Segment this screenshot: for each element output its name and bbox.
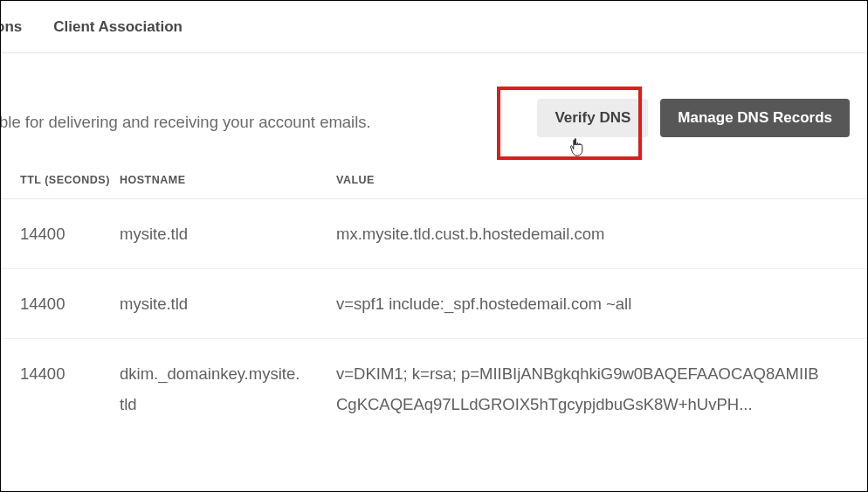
table-row: 14400 dkim._domainkey.mysite.tld v=DKIM1…	[1, 339, 867, 440]
cell-value: mx.mysite.tld.cust.b.hostedemail.com	[336, 199, 867, 269]
manage-dns-records-button[interactable]: Manage DNS Records	[660, 99, 850, 137]
verify-dns-button[interactable]: Verify DNS	[537, 99, 648, 137]
table-row: 14400 mysite.tld v=spf1 include:_spf.hos…	[1, 269, 867, 339]
cell-value: v=DKIM1; k=rsa; p=MIIBIjANBgkqhkiG9w0BAQ…	[336, 339, 867, 440]
cursor-pointer-icon	[568, 137, 586, 158]
cell-hostname: mysite.tld	[120, 269, 336, 339]
tab-bar: ons Client Association	[1, 1, 867, 53]
th-value: VALUE	[336, 162, 867, 199]
th-hostname: HOSTNAME	[120, 162, 336, 199]
th-ttl: TTL (SECONDS)	[1, 162, 120, 199]
dns-records-table: TTL (SECONDS) HOSTNAME VALUE 14400 mysit…	[1, 162, 867, 440]
cell-hostname: mysite.tld	[120, 199, 336, 269]
cell-value: v=spf1 include:_spf.hostedemail.com ~all	[336, 269, 867, 339]
table-row: 14400 mysite.tld mx.mysite.tld.cust.b.ho…	[1, 199, 867, 269]
cell-ttl: 14400	[1, 269, 120, 339]
cell-ttl: 14400	[1, 199, 120, 269]
cell-ttl: 14400	[1, 339, 120, 440]
tab-client-association[interactable]: Client Association	[38, 1, 198, 52]
cell-hostname: dkim._domainkey.mysite.tld	[120, 339, 336, 440]
tab-partial[interactable]: ons	[0, 1, 38, 52]
description-text: ble for delivering and receiving your ac…	[0, 113, 371, 132]
